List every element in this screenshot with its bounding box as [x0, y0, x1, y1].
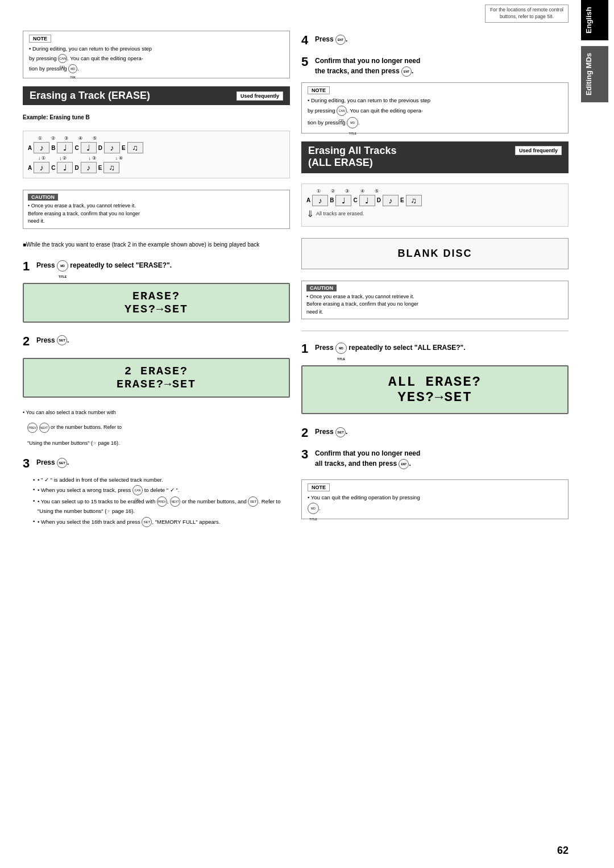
prev-icon: PREV: [27, 423, 38, 433]
set-icon-s3: SET: [57, 458, 67, 468]
set-icon-s3c: SET: [142, 517, 152, 527]
note-box-bottom-right-title: NOTE: [308, 483, 330, 491]
all-erase-step2-num: 2: [301, 427, 313, 439]
step4-num: 4: [301, 34, 313, 47]
step5-num: 5: [301, 56, 313, 68]
all-erase-step3-header: 3 Confirm that you no longer needall tra…: [301, 448, 569, 469]
track-d2-note: ♪: [81, 162, 97, 173]
step4-text: Press ENT.: [315, 34, 569, 45]
track-icon-ae1: MDTITLE: [335, 343, 347, 354]
all-tracks-erased-label: ⇓ All tracks are erased.: [306, 208, 563, 219]
track-c2-note: ♩: [57, 162, 73, 173]
track-diagram-all: ① ② ③ ④ ⑤ A ♪ B ♩ C ♩ D ♪ E ♫: [301, 183, 569, 227]
erase-track-header: Erasing a Track (ERASE) Used frequently: [23, 86, 290, 105]
note-box-bottom-right: NOTE • You can quit the editing operatio…: [301, 479, 569, 519]
note-line-3: tion by pressing MDTRK.: [29, 64, 284, 73]
note-box-right: NOTE • During editing, you can return to…: [301, 82, 569, 133]
next-icon-s3: NEXT: [170, 496, 180, 507]
lcd-all-erase-line2: YES?→SET: [314, 390, 556, 405]
lcd2-line1: 2 ERASE?: [33, 365, 280, 378]
step2-header: 2 Press SET.: [23, 335, 290, 348]
track-icon: MDTRK: [68, 64, 77, 73]
note-box-top-title: NOTE: [29, 35, 51, 43]
step5-text: Confirm that you no longer needthe track…: [315, 56, 569, 77]
set-icon-ae2: SET: [335, 427, 346, 437]
lcd-display-2: 2 ERASE? ERASE?→SET: [23, 358, 290, 398]
all-erase-header: Erasing All Tracks Used frequently (ALL …: [301, 141, 569, 173]
set-icon-s3b: SET: [248, 496, 258, 507]
set-icon-s2: SET: [57, 335, 67, 345]
caution-line-2: Before erasing a track, confirm that you…: [28, 210, 285, 218]
cancel-icon: CANCEL: [58, 54, 67, 63]
while-text: ■While the track you want to erase (trac…: [23, 240, 290, 249]
bullet1c: "Using the number buttons" (☞ page 16).: [27, 439, 290, 448]
step3-bullets: • " ✓ " is added in front of the selecte…: [27, 475, 290, 528]
used-frequently-badge-right: Used frequently: [515, 146, 562, 155]
cancel-icon-s3: CANCEL: [132, 485, 143, 495]
step3-bullet2: • When you select a wrong track, press C…: [33, 485, 290, 495]
next-icon: NEXT: [39, 423, 49, 433]
step4-header: 4 Press ENT.: [301, 34, 569, 47]
step1-header: 1 Press MDTITLE repeatedly to select "ER…: [23, 260, 290, 273]
erase-track-title: Erasing a Track (ERASE): [30, 90, 150, 102]
note-right-line-1: • During editing, you can return to the …: [308, 97, 562, 105]
note-line-2: by pressing CANCEL. You can quit the edi…: [29, 54, 284, 63]
step1-text: Press MDTITLE repeatedly to select "ERAS…: [36, 260, 290, 272]
example-label: Example: Erasing tune B: [23, 114, 290, 120]
all-erase-step1-header: 1 Press MDTITLE repeatedly to select "AL…: [301, 343, 569, 355]
lcd-all-erase: ALL ERASE? YES?→SET: [301, 365, 569, 414]
page-number: 62: [557, 845, 569, 857]
caution-title-left: CAUTION: [28, 194, 58, 201]
step3-bullet4: • When you select the 16th track and pre…: [33, 517, 290, 527]
step3-bullet1: • " ✓ " is added in front of the selecte…: [33, 475, 290, 484]
blank-disc-box: BLANK DISC: [301, 238, 569, 269]
caution-line-3: need it.: [28, 218, 285, 226]
track-d-note: ♪: [104, 142, 120, 153]
divider-right: [301, 331, 569, 331]
caution-right-line-1: • Once you erase a track, you cannot ret…: [306, 293, 563, 301]
all-erase-step1-num: 1: [301, 343, 313, 355]
track-a-note: ♪: [34, 142, 49, 153]
track-e2-note: ♫: [103, 162, 119, 173]
note-bottom-right-line-1: • You can quit the editing operation by …: [308, 494, 562, 502]
all-tracks-erased-text: All tracks are erased.: [316, 211, 364, 216]
track-a2-note: ♪: [34, 162, 49, 173]
all-erase-step2-text: Press SET.: [315, 427, 569, 437]
step2-num: 2: [23, 335, 34, 348]
prev-icon-s3: PREV: [157, 496, 167, 507]
bullet1: • You can also select a track number wit…: [23, 408, 290, 416]
track-icon-s1: MDTITLE: [57, 260, 68, 272]
note-box-right-title: NOTE: [308, 86, 330, 94]
caution-right-line-3: need it.: [306, 308, 563, 316]
top-bar: For the locations of remote control butt…: [0, 0, 614, 25]
track-c-note: ♩: [81, 142, 97, 153]
cancel-icon-r: CANCEL: [337, 106, 347, 116]
step3-header: 3 Press SET.: [23, 457, 290, 470]
enter-icon-ae3: ENT: [399, 459, 409, 469]
enter-icon-s4: ENT: [335, 35, 346, 45]
note-box-top: NOTE • During editing, you can return to…: [23, 31, 290, 78]
all-erase-title: Erasing All Tracks: [308, 145, 396, 157]
all-erase-step1-text: Press MDTITLE repeatedly to select "ALL …: [315, 343, 569, 354]
step3-bullet3: • You can select up to 15 tracks to be e…: [33, 496, 290, 516]
lcd-all-erase-line1: ALL ERASE?: [314, 374, 556, 390]
right-column: 4 Press ENT. 5 Confirm that you no longe…: [301, 31, 569, 845]
sidebar-editing: Editing MDs: [581, 46, 608, 102]
page-container: For the locations of remote control butt…: [0, 0, 614, 868]
track-b-note: ♩: [57, 142, 73, 153]
sidebar-english: English: [581, 0, 608, 40]
all-erase-step3-text: Confirm that you no longer needall track…: [315, 448, 569, 469]
step5-header: 5 Confirm that you no longer needthe tra…: [301, 56, 569, 77]
enter-icon-s5: ENT: [401, 66, 412, 77]
caution-box-left: CAUTION • Once you erase a track, you ca…: [23, 190, 290, 229]
step3-text: Press SET.: [36, 457, 290, 468]
caution-box-right: CAUTION • Once you erase a track, you ca…: [301, 281, 569, 320]
all-erase-step2-header: 2 Press SET.: [301, 427, 569, 439]
note-bottom-right-line-2: MDTITLE.: [308, 503, 562, 514]
track-diagram-before: ① ② ③ ④ ⑤ A ♪ B ♩ C ♩ D ♪ E ♫: [23, 131, 290, 178]
track-e-note: ♫: [127, 142, 143, 153]
used-frequently-badge-left: Used frequently: [237, 91, 283, 101]
lcd2-line2: ERASE?→SET: [33, 378, 280, 391]
lcd1-line1: ERASE?: [33, 290, 280, 303]
sidebar: English Editing MDs: [575, 0, 614, 868]
